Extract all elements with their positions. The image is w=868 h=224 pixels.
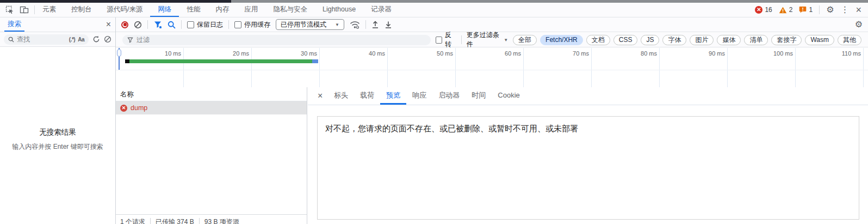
request-duration-bar[interactable] (125, 59, 318, 63)
chip-font[interactable]: 字体 (662, 35, 686, 45)
detail-tabbar: × 标头 载荷 预览 响应 启动器 时间 Cookie (308, 87, 868, 105)
device-toolbar-icon[interactable] (20, 5, 29, 14)
chip-all[interactable]: 全部 (513, 35, 537, 45)
chip-doc[interactable]: 文档 (586, 35, 610, 45)
tab-lighthouse[interactable]: Lighthouse (315, 3, 363, 17)
clear-search-icon[interactable] (104, 35, 111, 43)
divider (461, 35, 462, 44)
disable-cache-label: 停用缓存 (244, 20, 270, 29)
timeline-tick: 90 ms (660, 48, 728, 87)
timeline-ruler: 10 ms 20 ms 30 ms 40 ms 50 ms 60 ms 70 m… (116, 48, 868, 87)
match-case-toggle[interactable]: Aa (78, 37, 84, 43)
timeline-tick: 100 ms (728, 48, 796, 87)
tab-application[interactable]: 应用 (237, 3, 265, 17)
request-type-chips: 全部 Fetch/XHR 文档 CSS JS 字体 图片 媒体 清单 套接字 W… (513, 35, 861, 45)
divider (199, 218, 200, 224)
chip-img[interactable]: 图片 (690, 35, 714, 45)
divider (819, 5, 820, 14)
tab-privacy-security[interactable]: 隐私与安全 (265, 3, 315, 17)
search-panel: 搜索 × 查找 (.*) Aa 无搜索结果 输入内容并按 Enter 键即可搜索 (0, 17, 116, 224)
close-detail-pane-icon[interactable]: × (312, 92, 328, 100)
inspect-element-icon[interactable] (5, 5, 14, 14)
table-row[interactable]: ✕ dump (116, 101, 307, 114)
transferred-size: 已传输 374 B (156, 217, 194, 224)
chip-fetch-xhr[interactable]: Fetch/XHR (540, 35, 583, 45)
timeline-tick: 70 ms (524, 48, 592, 87)
regex-toggle[interactable]: (.*) (69, 37, 75, 43)
chip-wasm[interactable]: Wasm (805, 35, 834, 45)
tab-timing[interactable]: 时间 (466, 87, 492, 105)
tab-cookies[interactable]: Cookie (492, 87, 525, 105)
invert-filter-checkbox[interactable]: 反转 (436, 31, 456, 49)
devtools-tabs: 元素 控制台 源代码/来源 网络 性能 内存 应用 隐私与安全 Lighthou… (35, 3, 399, 17)
record-network-log-icon[interactable] (121, 21, 128, 28)
timeline-tick: 80 ms (592, 48, 660, 87)
refresh-icon[interactable] (92, 35, 100, 43)
request-error-icon: ✕ (120, 105, 127, 112)
console-errors-badge[interactable]: ✕ 16 (755, 6, 772, 14)
network-overview-timeline[interactable]: 10 ms 20 ms 30 ms 40 ms 50 ms 60 ms 70 m… (116, 48, 868, 87)
checkbox-icon (187, 21, 194, 28)
tab-performance[interactable]: 性能 (179, 3, 208, 17)
tab-response[interactable]: 响应 (406, 87, 432, 105)
timeline-tick: 20 ms (184, 48, 252, 87)
network-toolbar: 保留日志 停用缓存 已停用节流模式 ▼ ⚙ (116, 17, 868, 32)
tab-payload[interactable]: 载荷 (354, 87, 380, 105)
preview-message: 对不起，您请求的页面不存在、或已被删除、或暂时不可用、或未部署 (325, 124, 578, 133)
tab-headers[interactable]: 标头 (328, 87, 354, 105)
console-warnings-badge[interactable]: 2 (779, 6, 793, 14)
search-panel-header: 搜索 × (0, 17, 115, 32)
warning-icon (779, 7, 787, 14)
tab-preview[interactable]: 预览 (380, 87, 406, 105)
issues-badge[interactable]: 1 (799, 6, 813, 14)
settings-gear-icon[interactable]: ⚙ (826, 5, 834, 14)
filter-input[interactable]: 过滤 (122, 35, 431, 45)
tab-network[interactable]: 网络 (150, 3, 179, 17)
disable-cache-checkbox[interactable]: 停用缓存 (234, 20, 270, 29)
chip-js[interactable]: JS (641, 35, 659, 45)
bar-end-segment (312, 59, 318, 63)
chip-manifest[interactable]: 清单 (744, 35, 768, 45)
import-har-icon[interactable] (371, 21, 379, 29)
network-conditions-icon[interactable] (350, 21, 360, 29)
tab-recorder[interactable]: 记录器 (363, 3, 399, 17)
chevron-down-icon: ▼ (335, 22, 339, 27)
divider (181, 20, 182, 29)
tab-elements[interactable]: 元素 (35, 3, 64, 17)
error-count: 16 (765, 6, 772, 14)
issues-icon (799, 6, 807, 14)
divider (147, 20, 148, 29)
more-options-icon[interactable]: ⋮ (840, 5, 849, 14)
tab-console[interactable]: 控制台 (64, 3, 100, 17)
preserve-log-checkbox[interactable]: 保留日志 (187, 20, 223, 29)
throttling-select[interactable]: 已停用节流模式 ▼ (276, 19, 344, 30)
timeline-drag-handle[interactable] (117, 49, 121, 57)
search-network-icon[interactable] (168, 21, 176, 29)
request-table: 名称 ✕ dump 1 个请求 已传输 374 B 93 B 项资源 (116, 87, 307, 224)
timeline-tick: 60 ms (456, 48, 524, 87)
timeline-tick: 40 ms (320, 48, 388, 87)
export-har-icon[interactable] (385, 21, 392, 29)
request-name: dump (131, 104, 147, 112)
tab-sources[interactable]: 源代码/来源 (100, 3, 151, 17)
tab-initiator[interactable]: 启动器 (432, 87, 466, 105)
more-filters-label: 更多过滤条件 (467, 31, 501, 49)
chip-socket[interactable]: 套接字 (771, 35, 802, 45)
timeline-tick: 110 ms (796, 48, 864, 87)
close-devtools-icon[interactable]: × (855, 5, 861, 15)
chip-other[interactable]: 其他 (838, 35, 861, 45)
clear-network-log-icon[interactable] (134, 21, 142, 29)
search-input[interactable]: 查找 (.*) Aa (4, 34, 89, 45)
filter-toggle-icon[interactable] (153, 20, 162, 29)
tab-search[interactable]: 搜索 (4, 17, 24, 32)
chip-media[interactable]: 媒体 (717, 35, 741, 45)
network-settings-gear-icon[interactable]: ⚙ (855, 20, 863, 29)
chip-css[interactable]: CSS (613, 35, 638, 45)
tab-memory[interactable]: 内存 (208, 3, 237, 17)
preserve-log-label: 保留日志 (197, 20, 223, 29)
more-filters-dropdown[interactable]: 更多过滤条件 ▼ (467, 31, 508, 49)
search-empty-state: 无搜索结果 输入内容并按 Enter 键即可搜索 (0, 128, 115, 152)
error-icon: ✕ (755, 6, 762, 14)
close-search-panel-icon[interactable]: × (106, 20, 111, 29)
column-header-name[interactable]: 名称 (116, 87, 307, 101)
